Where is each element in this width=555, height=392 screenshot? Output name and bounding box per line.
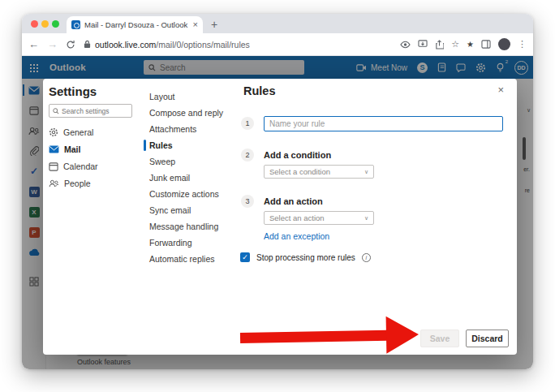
url-path: /mail/0/options/mail/rules xyxy=(156,40,250,50)
browser-tab-outlook[interactable]: Mail - Darryl Dsouza - Outlook × xyxy=(67,16,203,33)
step-2-badge: 2 xyxy=(241,149,254,162)
back-button[interactable]: ← xyxy=(28,39,39,50)
settings-title: Settings xyxy=(49,84,97,98)
tab-close-icon[interactable]: × xyxy=(193,20,198,29)
rule-name-input[interactable] xyxy=(264,116,503,131)
side-panel-icon[interactable] xyxy=(481,40,491,49)
settings-nav: General Mail Calendar People xyxy=(49,123,134,192)
annotation-arrow xyxy=(240,316,421,356)
rules-panel-title: Rules xyxy=(243,84,276,97)
settings-nav-mail[interactable]: Mail xyxy=(49,140,134,157)
macos-minimize-button[interactable] xyxy=(41,20,49,28)
tab-title: Mail - Darryl Dsouza - Outlook xyxy=(84,20,189,29)
stop-processing-row: ✓ Stop processing more rules i xyxy=(240,252,371,262)
gear-icon xyxy=(49,127,58,137)
mail-nav-sync[interactable]: Sync email xyxy=(144,202,229,218)
url-domain: outlook.live.com xyxy=(95,40,156,50)
reload-button[interactable] xyxy=(66,40,75,50)
mail-nav-compose[interactable]: Compose and reply xyxy=(144,105,229,121)
mail-nav-rules[interactable]: Rules xyxy=(144,137,229,153)
condition-label: Add a condition xyxy=(264,150,331,160)
save-button[interactable]: Save xyxy=(420,330,459,347)
stop-processing-checkbox[interactable]: ✓ xyxy=(240,252,250,262)
browser-toolbar: ← → outlook.live.com/mail/0/options/mail… xyxy=(22,33,533,56)
settings-dialog: × Settings General Mail xyxy=(43,79,517,355)
add-exception-link[interactable]: Add an exception xyxy=(264,231,329,241)
settings-nav-people[interactable]: People xyxy=(49,174,134,192)
dialog-close-icon[interactable]: × xyxy=(497,84,504,96)
mail-nav-auto-replies[interactable]: Automatic replies xyxy=(144,251,229,267)
macos-zoom-button[interactable] xyxy=(52,20,59,28)
condition-select[interactable]: Select a condition ∨ xyxy=(264,165,374,179)
browser-profile-avatar[interactable] xyxy=(498,38,510,50)
outlook-favicon-icon xyxy=(71,20,80,29)
mail-nav-attachments[interactable]: Attachments xyxy=(144,121,229,137)
annotation-arrow-head xyxy=(386,316,419,354)
https-lock-icon xyxy=(84,40,91,49)
step-3-badge: 3 xyxy=(241,195,254,208)
mail-nav-customize[interactable]: Customize actions xyxy=(144,186,229,202)
eye-icon[interactable] xyxy=(400,41,411,49)
mail-nav-junk[interactable]: Junk email xyxy=(144,170,229,186)
forward-button[interactable]: → xyxy=(47,39,58,50)
toolbar-actions: ☆ ★ ⋮ xyxy=(400,38,527,50)
stop-processing-label: Stop processing more rules xyxy=(256,253,355,262)
settings-search-box[interactable] xyxy=(49,104,132,118)
chevron-down-icon: ∨ xyxy=(364,169,368,175)
settings-nav-calendar[interactable]: Calendar xyxy=(49,157,134,174)
bookmark-star-icon[interactable]: ☆ xyxy=(451,40,459,49)
mail-nav-message-handling[interactable]: Message handling xyxy=(144,218,229,235)
browser-window: Mail - Darryl Dsouza - Outlook × + ← → o… xyxy=(22,14,533,369)
info-icon[interactable]: i xyxy=(362,253,371,262)
chevron-down-icon: ∨ xyxy=(364,215,368,222)
action-label: Add an action xyxy=(264,196,323,206)
install-app-icon[interactable] xyxy=(418,40,428,49)
macos-close-button[interactable] xyxy=(31,20,38,28)
mail-nav-layout[interactable]: Layout xyxy=(144,88,229,105)
search-icon xyxy=(53,108,59,114)
screenshot-root: Mail - Darryl Dsouza - Outlook × + ← → o… xyxy=(0,0,555,392)
share-icon[interactable] xyxy=(435,40,444,50)
browser-tabstrip: Mail - Darryl Dsouza - Outlook × + xyxy=(22,14,533,33)
annotation-arrow-shaft xyxy=(240,330,388,343)
calendar-icon xyxy=(49,162,58,171)
mail-settings-nav: Layout Compose and reply Attachments Rul… xyxy=(144,88,229,267)
settings-nav-general[interactable]: General xyxy=(49,123,134,140)
settings-search-input[interactable] xyxy=(62,107,128,115)
new-tab-button[interactable]: + xyxy=(211,17,217,32)
mail-icon xyxy=(49,145,59,153)
mail-nav-sweep[interactable]: Sweep xyxy=(144,153,229,170)
action-select[interactable]: Select an action ∨ xyxy=(264,211,374,225)
step-1-badge: 1 xyxy=(241,117,254,130)
people-icon xyxy=(49,179,59,187)
mail-nav-forwarding[interactable]: Forwarding xyxy=(144,235,229,251)
discard-button[interactable]: Discard xyxy=(466,330,509,347)
browser-menu-dots-icon[interactable]: ⋮ xyxy=(518,40,527,49)
address-bar[interactable]: outlook.live.com/mail/0/options/mail/rul… xyxy=(84,40,392,50)
pinned-extension-icon[interactable]: ★ xyxy=(467,41,474,49)
